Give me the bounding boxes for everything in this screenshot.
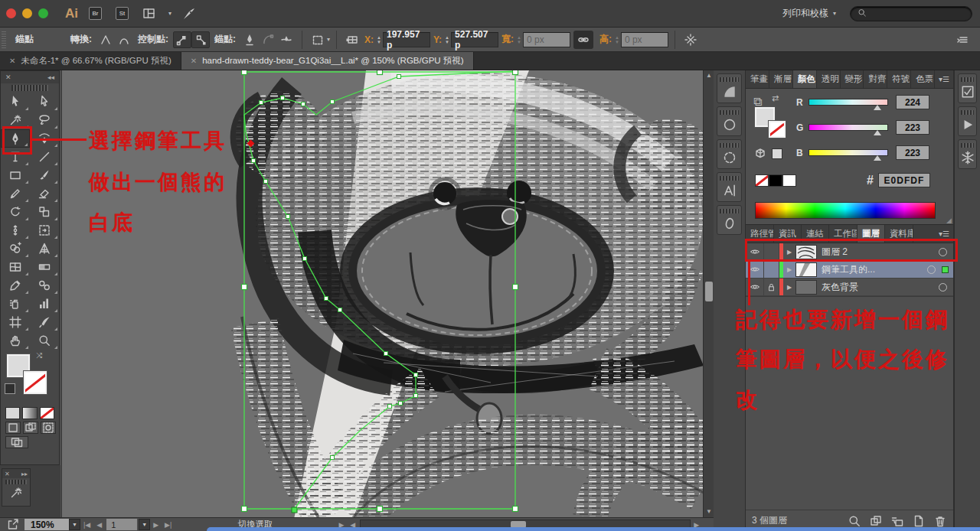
- tab-close-icon[interactable]: ✕: [9, 57, 15, 65]
- selection-tool[interactable]: [1, 93, 30, 111]
- lasso-tool[interactable]: [30, 111, 59, 129]
- bridge-button[interactable]: Br: [89, 7, 102, 20]
- default-fill-stroke-icon[interactable]: [5, 383, 15, 394]
- layer-thumbnail[interactable]: [795, 280, 817, 295]
- paintbrush-tool[interactable]: [30, 166, 59, 184]
- workspace-switcher[interactable]: 列印和校樣 ▾: [782, 7, 836, 20]
- wand-collapse-icon[interactable]: ▸▸: [21, 471, 28, 477]
- visibility-eye-icon[interactable]: [746, 261, 764, 278]
- zoom-level-field[interactable]: 150%: [24, 519, 69, 530]
- hex-value-field[interactable]: E0DFDF: [878, 173, 930, 187]
- tools-collapse-icon[interactable]: ◂◂: [47, 73, 54, 81]
- width-tool[interactable]: [1, 221, 30, 239]
- magic-wand-tool[interactable]: [1, 111, 30, 129]
- swap-fill-stroke-icon[interactable]: ⤨: [36, 351, 42, 360]
- y-stepper[interactable]: ▲▼: [445, 35, 449, 44]
- vertical-scroll-thumb[interactable]: [705, 282, 713, 301]
- first-artboard-icon[interactable]: |◀: [83, 521, 90, 529]
- black-swatch[interactable]: [769, 174, 782, 187]
- color-tab-變形[interactable]: 變形: [841, 70, 864, 88]
- panel-options-icon[interactable]: [954, 31, 972, 48]
- stock-button[interactable]: St: [116, 7, 129, 20]
- layer-name[interactable]: 圖層 2: [822, 246, 848, 259]
- vertical-scrollbar[interactable]: ▲ ▼: [703, 70, 714, 517]
- link-dimensions-button[interactable]: [573, 31, 593, 49]
- layer-name[interactable]: 鋼筆工具的...: [822, 263, 875, 276]
- new-sublayer-icon[interactable]: [890, 514, 904, 528]
- expand-triangle-icon[interactable]: ▶: [783, 249, 795, 256]
- lock-toggle[interactable]: [764, 243, 779, 260]
- type-tool[interactable]: [1, 148, 30, 166]
- g-slider[interactable]: [808, 124, 888, 131]
- curvature-tool[interactable]: [30, 129, 59, 148]
- scroll-up-icon[interactable]: ▲: [704, 70, 714, 81]
- show-handles-button[interactable]: [173, 31, 191, 48]
- tools-grip[interactable]: [11, 85, 48, 91]
- hscroll-left-icon[interactable]: ◀: [350, 521, 355, 529]
- layers-tab-資料庫[interactable]: 資料庫: [885, 225, 913, 243]
- pencil-tool[interactable]: [1, 184, 30, 203]
- horizontal-scrollbar[interactable]: [360, 520, 691, 529]
- grad-quarter-collapsed-panel[interactable]: [717, 73, 742, 103]
- none-swatch[interactable]: [755, 174, 769, 187]
- r-slider[interactable]: [808, 99, 888, 106]
- rectangle-tool[interactable]: [1, 166, 30, 184]
- layer-name[interactable]: 灰色背景: [822, 281, 858, 294]
- zoom-tool[interactable]: [30, 331, 59, 350]
- target-circle-icon[interactable]: [939, 248, 947, 256]
- eraser-tool[interactable]: [30, 184, 59, 203]
- layers-tab-路徑管[interactable]: 路徑管: [746, 225, 774, 243]
- b-value[interactable]: 223: [896, 145, 929, 160]
- direct-selection-tool[interactable]: [30, 93, 59, 111]
- x-field[interactable]: 197.957 p: [383, 32, 430, 47]
- layer-thumbnail[interactable]: [795, 245, 817, 259]
- none-mode-button[interactable]: [40, 407, 54, 419]
- screen-mode-button[interactable]: [5, 436, 28, 448]
- target-circle-icon[interactable]: [939, 283, 947, 292]
- delete-layer-icon[interactable]: [933, 514, 947, 528]
- color-spectrum-bar[interactable]: [755, 202, 936, 219]
- layer-row-3[interactable]: ▶灰色背景: [746, 279, 953, 296]
- last-color-swatch[interactable]: [772, 148, 782, 159]
- artboard-number-field[interactable]: 1: [106, 519, 137, 530]
- layer-row-1[interactable]: ▶圖層 2: [746, 243, 953, 261]
- color-panel-menu-icon[interactable]: ▾☰: [935, 70, 953, 88]
- zoom-dropdown-icon[interactable]: ▼: [69, 519, 80, 530]
- clipping-mask-icon[interactable]: [869, 514, 883, 528]
- locate-object-icon[interactable]: [848, 514, 861, 528]
- pen-tool[interactable]: [1, 129, 30, 148]
- draw-normal-button[interactable]: [5, 422, 21, 434]
- magic-wand-icon[interactable]: [2, 486, 30, 500]
- mesh-tool[interactable]: [1, 258, 30, 276]
- next-artboard-icon[interactable]: ▶: [153, 521, 158, 529]
- lock-toggle[interactable]: [764, 261, 779, 278]
- blend-tool[interactable]: [30, 276, 59, 295]
- tools-close-icon[interactable]: ✕: [5, 73, 11, 81]
- target-circle-icon[interactable]: [927, 266, 936, 274]
- draw-behind-button[interactable]: [23, 422, 38, 434]
- layers-tab-連結[interactable]: 連結: [802, 225, 829, 243]
- eyedropper-tool[interactable]: [1, 276, 30, 295]
- expand-triangle-icon[interactable]: ▶: [783, 284, 795, 291]
- search-input[interactable]: [850, 6, 972, 21]
- r-value[interactable]: 224: [896, 95, 929, 109]
- convert-corner-button[interactable]: [96, 31, 115, 48]
- hscroll-right-icon[interactable]: ▶: [694, 521, 699, 529]
- arrange-documents-icon[interactable]: [142, 7, 158, 21]
- g-value[interactable]: 223: [896, 120, 929, 135]
- scale-tool[interactable]: [30, 203, 59, 221]
- dash-circle-collapsed-panel[interactable]: [717, 139, 742, 169]
- free-transform-tool[interactable]: [30, 221, 59, 239]
- color-tab-對齊[interactable]: 對齊: [864, 70, 887, 88]
- canvas[interactable]: ▲ ▼: [61, 70, 714, 517]
- rotate-tool[interactable]: [1, 203, 30, 221]
- gradient-mode-button[interactable]: [22, 407, 37, 419]
- new-layer-icon[interactable]: [912, 514, 926, 528]
- zoom-traffic-light[interactable]: [38, 8, 48, 18]
- layers-panel-menu-icon[interactable]: ▾☰: [935, 225, 953, 243]
- color-mode-button[interactable]: [5, 407, 20, 419]
- horizontal-scroll-thumb[interactable]: [511, 521, 526, 528]
- perspective-grid-tool[interactable]: [30, 239, 59, 258]
- snowflake-collapsed-panel[interactable]: [958, 139, 977, 169]
- hand-tool[interactable]: [1, 331, 30, 350]
